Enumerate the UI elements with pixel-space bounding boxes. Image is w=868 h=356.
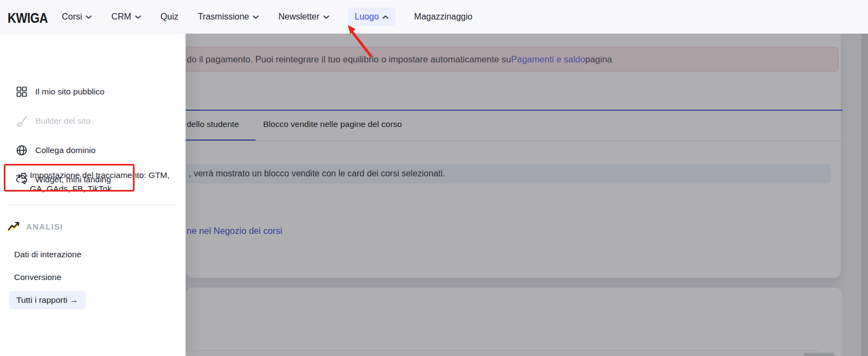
menu-item-public-site[interactable]: Il mio sito pubblico bbox=[0, 84, 186, 99]
nav-item-magazzinaggio[interactable]: Magazzinaggio bbox=[413, 8, 474, 26]
chevron-down-icon bbox=[253, 15, 259, 19]
chevron-up-icon bbox=[382, 15, 388, 19]
nav-label: Newsletter bbox=[278, 12, 320, 22]
chevron-down-icon bbox=[86, 15, 92, 19]
tracking-icon bbox=[15, 169, 28, 182]
nav-item-newsletter[interactable]: Newsletter bbox=[277, 8, 330, 26]
globe-icon bbox=[15, 144, 28, 157]
nav-item-corsi[interactable]: Corsi bbox=[61, 8, 93, 26]
modal-dim-overlay[interactable] bbox=[186, 34, 868, 356]
trend-icon bbox=[8, 221, 21, 232]
menu-item-tracking-settings[interactable]: Impostazione del tracciamento: GTM, GA, … bbox=[30, 168, 172, 195]
all-reports-button[interactable]: Tutti i rapporti → bbox=[9, 291, 86, 309]
top-navbar: KWIGA Corsi CRM Quiz Trasmissione Newsle… bbox=[0, 0, 868, 34]
main-nav: Corsi CRM Quiz Trasmissione Newsletter L… bbox=[61, 0, 474, 34]
menu-label: Impostazione del tracciamento: GTM, GA, … bbox=[30, 170, 170, 193]
menu-label: Collega dominio bbox=[35, 145, 95, 155]
analysis-section-label: ANALISI bbox=[26, 222, 63, 231]
kwiga-logo[interactable]: KWIGA bbox=[8, 10, 48, 27]
luogo-dropdown-panel: Il mio sito pubblico Builder del sito Co… bbox=[0, 34, 186, 356]
nav-item-crm[interactable]: CRM bbox=[110, 8, 142, 26]
nav-label: Magazzinaggio bbox=[414, 12, 473, 22]
menu-label: Il mio sito pubblico bbox=[35, 87, 105, 97]
panel-divider bbox=[9, 205, 176, 205]
menu-item-conversion[interactable]: Conversione bbox=[14, 272, 61, 282]
nav-item-luogo[interactable]: Luogo bbox=[348, 8, 396, 26]
menu-item-connect-domain[interactable]: Collega dominio bbox=[0, 143, 186, 158]
nav-item-quiz[interactable]: Quiz bbox=[159, 8, 180, 26]
nav-label: Trasmissione bbox=[198, 12, 250, 22]
brush-icon bbox=[15, 115, 28, 128]
grid-icon bbox=[15, 85, 28, 98]
menu-item-interaction-data[interactable]: Dati di interazione bbox=[14, 250, 81, 259]
analysis-section-header: ANALISI bbox=[8, 221, 63, 232]
chevron-down-icon bbox=[323, 15, 329, 19]
menu-item-site-builder: Builder del sito bbox=[0, 113, 186, 129]
scrollbar-track[interactable] bbox=[861, 34, 868, 356]
nav-label: CRM bbox=[111, 12, 131, 22]
nav-label: Quiz bbox=[161, 12, 178, 22]
nav-label: Luogo bbox=[355, 12, 379, 22]
chevron-down-icon bbox=[135, 15, 141, 19]
nav-label: Corsi bbox=[62, 12, 82, 22]
menu-label: Builder del sito bbox=[35, 116, 91, 126]
nav-item-trasmissione[interactable]: Trasmissione bbox=[197, 8, 260, 26]
